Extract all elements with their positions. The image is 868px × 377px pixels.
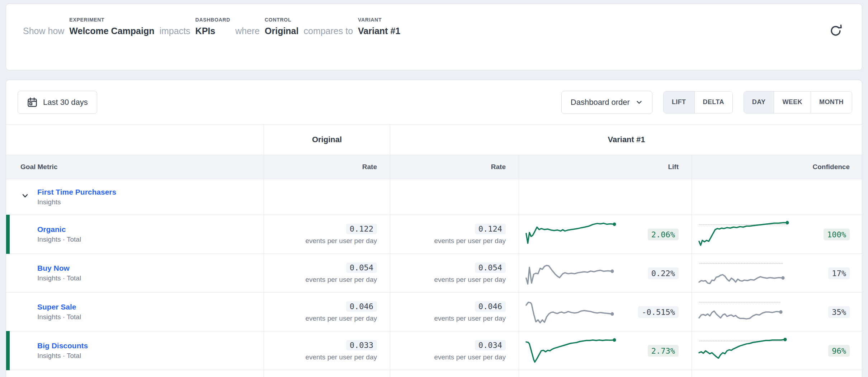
kpi-dashboard-card: Last 30 days Dashboard order LIFT DELTA … <box>6 80 862 377</box>
control-selector[interactable]: CONTROL Original <box>265 17 298 37</box>
date-range-label: Last 30 days <box>43 98 88 107</box>
experiment-selector[interactable]: EXPERIMENT Welcome Campaign <box>69 17 154 37</box>
metric-link[interactable]: Buy Now <box>37 264 81 273</box>
rate-unit: events per user per day <box>434 315 506 322</box>
experiment-value: Welcome Campaign <box>69 26 154 37</box>
rate-unit: events per user per day <box>434 276 506 284</box>
lift-value: 0.22% <box>648 267 679 279</box>
chevron-down-icon <box>635 98 643 106</box>
metric-link[interactable]: Big Discounts <box>37 341 88 350</box>
variant-selector[interactable]: VARIANT Variant #1 <box>358 17 400 37</box>
column-confidence: Confidence <box>692 155 862 179</box>
control-value: Original <box>265 26 298 37</box>
experiment-report-page: Show how EXPERIMENT Welcome Campaign imp… <box>0 0 868 377</box>
experiment-summary-card: Show how EXPERIMENT Welcome Campaign imp… <box>6 4 862 70</box>
metrics-table: Original Variant #1 Goal Metric Rate Rat… <box>6 124 862 377</box>
confidence-sparkline <box>697 336 805 366</box>
dashboard-value: KPIs <box>195 26 230 37</box>
granularity-toggle: DAY WEEK MONTH <box>744 91 852 113</box>
segment-week[interactable]: WEEK <box>774 92 811 113</box>
table-row: Big Discounts Insights · Total 0.033 eve… <box>6 331 862 370</box>
group-header-control: Original <box>264 125 390 155</box>
refresh-icon <box>829 24 843 37</box>
empty-cell <box>519 370 692 377</box>
toolbar: Last 30 days Dashboard order LIFT DELTA … <box>6 80 862 124</box>
lift-value: 2.06% <box>648 228 679 240</box>
metric-source: Insights · Total <box>37 352 88 360</box>
variant-rate-value: 0.054 <box>475 262 506 273</box>
metric-source: Insights · Total <box>37 236 81 243</box>
dashboard-selector[interactable]: DASHBOARD KPIs <box>195 17 230 37</box>
empty-cell <box>692 370 862 377</box>
table-group-header-row: Original Variant #1 <box>6 125 862 155</box>
date-range-button[interactable]: Last 30 days <box>18 91 97 114</box>
confidence-sparkline <box>697 297 805 327</box>
sentence-connector-impacts: impacts <box>159 26 190 37</box>
empty-cell <box>519 179 692 215</box>
collapse-toggle-button[interactable] <box>19 190 31 202</box>
rate-unit: events per user per day <box>434 353 506 361</box>
table-row: Super Sale Insights · Total 0.046 events… <box>6 293 862 331</box>
empty-cell <box>264 179 390 215</box>
segment-month[interactable]: MONTH <box>811 92 852 113</box>
variant-label: VARIANT <box>358 17 400 23</box>
lift-sparkline <box>524 336 632 366</box>
rate-unit: events per user per day <box>305 353 377 361</box>
confidence-value: 17% <box>828 267 850 279</box>
column-lift: Lift <box>519 155 692 179</box>
empty-cell <box>390 179 519 215</box>
control-rate-value: 0.046 <box>346 301 377 312</box>
chevron-down-icon <box>20 190 30 201</box>
confidence-value: 35% <box>828 306 850 318</box>
segment-delta[interactable]: DELTA <box>694 92 732 113</box>
control-rate-value: 0.054 <box>346 262 377 273</box>
variant-rate-value: 0.034 <box>475 340 506 350</box>
confidence-value: 100% <box>824 228 850 240</box>
dashboard-label: DASHBOARD <box>195 17 230 23</box>
group-header-variant: Variant #1 <box>390 125 862 155</box>
table-row: Buy Now Insights · Total 0.054 events pe… <box>6 254 862 293</box>
rate-unit: events per user per day <box>305 276 377 284</box>
sentence-prefix: Show how <box>23 26 64 37</box>
control-rate-value: 0.033 <box>346 340 377 350</box>
sentence-connector-compares: compares to <box>303 26 353 37</box>
table-row-partial <box>6 370 862 377</box>
empty-cell <box>692 179 862 215</box>
sentence-connector-where: where <box>235 26 260 37</box>
toolbar-right-cluster: Dashboard order LIFT DELTA DAY WEEK MONT… <box>561 91 852 114</box>
variant-rate-value: 0.046 <box>475 301 506 312</box>
experiment-label: EXPERIMENT <box>69 17 154 23</box>
lift-value: 2.73% <box>648 345 679 357</box>
segment-day[interactable]: DAY <box>744 92 774 113</box>
control-rate-value: 0.122 <box>346 224 377 234</box>
metric-link[interactable]: First Time Purchasers <box>37 188 116 196</box>
confidence-sparkline <box>697 259 805 288</box>
empty-cell <box>6 370 264 377</box>
lift-sparkline <box>524 220 632 249</box>
column-variant-rate: Rate <box>390 155 519 179</box>
empty-cell <box>390 370 519 377</box>
metric-link[interactable]: Organic <box>37 225 81 234</box>
confidence-value: 96% <box>828 345 850 357</box>
dashboard-order-dropdown[interactable]: Dashboard order <box>561 91 652 114</box>
lift-value: -0.515% <box>638 306 679 318</box>
rate-unit: events per user per day <box>434 237 506 245</box>
refresh-button[interactable] <box>828 23 843 38</box>
metric-source: Insights <box>37 198 116 206</box>
group-header-spacer <box>6 125 264 155</box>
confidence-sparkline <box>697 220 805 249</box>
metric-link[interactable]: Super Sale <box>37 303 81 311</box>
segment-lift[interactable]: LIFT <box>664 92 694 113</box>
lift-sparkline <box>524 259 632 288</box>
table-column-header-row: Goal Metric Rate Rate Lift Confidence <box>6 155 862 179</box>
calendar-icon <box>27 97 38 108</box>
column-control-rate: Rate <box>264 155 390 179</box>
experiment-sentence: Show how EXPERIMENT Welcome Campaign imp… <box>23 17 400 37</box>
lift-delta-toggle: LIFT DELTA <box>663 91 733 113</box>
variant-value: Variant #1 <box>358 26 400 37</box>
dashboard-order-label: Dashboard order <box>571 98 630 107</box>
table-row: Organic Insights · Total 0.122 events pe… <box>6 215 862 254</box>
metric-source: Insights · Total <box>37 313 81 321</box>
control-label: CONTROL <box>265 17 298 23</box>
variant-rate-value: 0.124 <box>475 224 506 234</box>
